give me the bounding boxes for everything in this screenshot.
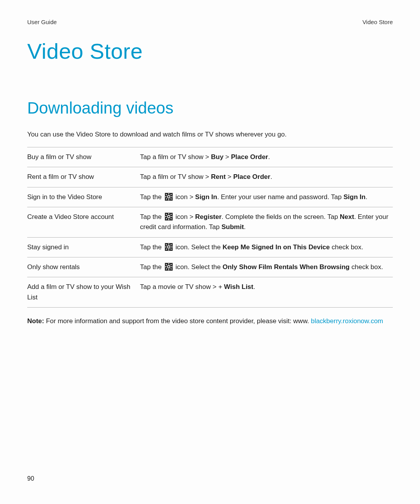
svg-rect-19 xyxy=(168,243,169,245)
bold-text: Wish List xyxy=(224,283,253,290)
text: Tap a film or TV show > xyxy=(140,173,211,180)
bold-text: Sign In xyxy=(195,193,217,201)
svg-rect-7 xyxy=(170,194,172,195)
action-steps: Tap the icon > Sign In. Enter your user … xyxy=(140,187,393,207)
table-row: Only show rentals Tap the icon. Select t… xyxy=(27,257,393,277)
bold-text: Rent xyxy=(211,173,226,180)
svg-rect-8 xyxy=(166,198,167,200)
intro-paragraph: You can use the Video Store to download … xyxy=(27,131,393,138)
table-row: Sign in to the Video Store Tap the icon … xyxy=(27,187,393,207)
text: check box. xyxy=(350,263,383,271)
bold-text: Submit xyxy=(221,223,244,231)
bold-text: Sign In xyxy=(343,193,366,201)
text: . xyxy=(366,193,368,201)
section-heading: Downloading videos xyxy=(27,99,393,117)
text: . Complete the fields on the screen. Tap xyxy=(222,213,340,220)
svg-rect-30 xyxy=(165,266,166,267)
svg-rect-15 xyxy=(170,218,172,220)
action-name: Create a Video Store account xyxy=(27,207,140,238)
running-header: User Guide Video Store xyxy=(27,19,393,25)
svg-rect-2 xyxy=(168,199,169,200)
action-name: Add a film or TV show to your Wish List xyxy=(27,277,140,308)
svg-rect-13 xyxy=(171,216,172,217)
svg-rect-12 xyxy=(165,216,166,217)
text: Tap a film or TV show > xyxy=(140,153,211,161)
page-number: 90 xyxy=(27,475,34,482)
svg-rect-29 xyxy=(168,269,169,270)
table-row: Buy a film or TV show Tap a film or TV s… xyxy=(27,147,393,167)
table-row: Add a film or TV show to your Wish List … xyxy=(27,277,393,308)
action-name: Only show rentals xyxy=(27,257,140,277)
gear-icon xyxy=(165,243,173,251)
svg-rect-28 xyxy=(168,263,169,264)
svg-rect-21 xyxy=(165,247,166,247)
action-name: Rent a film or TV show xyxy=(27,167,140,187)
gear-icon xyxy=(165,213,173,220)
svg-rect-33 xyxy=(170,268,172,270)
note-link[interactable]: blackberry.roxionow.com xyxy=(311,317,383,325)
text: Tap the xyxy=(140,213,164,220)
page-title: Video Store xyxy=(27,38,393,64)
svg-rect-32 xyxy=(166,264,167,266)
svg-rect-22 xyxy=(171,247,172,247)
svg-rect-14 xyxy=(166,214,167,215)
svg-rect-6 xyxy=(170,198,172,200)
text: Tap the xyxy=(140,193,164,201)
text: icon > xyxy=(174,213,195,220)
action-steps: Tap the icon. Select the Keep Me Signed … xyxy=(140,237,393,257)
note-paragraph: Note: For more information and support f… xyxy=(27,316,393,326)
svg-rect-17 xyxy=(166,218,167,220)
bold-text: Register xyxy=(195,213,222,220)
svg-rect-25 xyxy=(170,244,172,245)
action-steps: Tap a film or TV show > Buy > Place Orde… xyxy=(140,147,393,167)
svg-rect-23 xyxy=(166,244,167,245)
svg-rect-26 xyxy=(166,248,167,250)
svg-rect-24 xyxy=(170,248,172,250)
actions-table: Buy a film or TV show Tap a film or TV s… xyxy=(27,147,393,308)
text: icon. Select the xyxy=(174,243,223,251)
action-name: Sign in to the Video Store xyxy=(27,187,140,207)
svg-point-0 xyxy=(167,195,170,198)
gear-icon xyxy=(165,193,173,201)
text: check box. xyxy=(330,243,363,251)
text: Tap a movie or TV show > + xyxy=(140,283,224,290)
text: icon. Select the xyxy=(174,263,223,271)
note-text: For more information and support from th… xyxy=(46,317,311,325)
svg-point-27 xyxy=(167,266,170,268)
document-page: User Guide Video Store Video Store Downl… xyxy=(0,0,420,504)
text: > xyxy=(226,173,233,180)
action-steps: Tap the icon. Select the Only Show Film … xyxy=(140,257,393,277)
text: icon > xyxy=(174,193,195,201)
svg-rect-31 xyxy=(171,266,172,267)
svg-rect-10 xyxy=(168,213,169,214)
text: . xyxy=(253,283,255,290)
svg-rect-5 xyxy=(166,194,167,195)
svg-rect-35 xyxy=(166,268,167,270)
bold-text: Only Show Film Rentals When Browsing xyxy=(222,263,350,271)
bold-text: Buy xyxy=(211,153,224,161)
table-row: Stay signed in Tap the icon. Select the … xyxy=(27,237,393,257)
gear-icon xyxy=(165,263,173,271)
svg-rect-4 xyxy=(171,196,172,197)
svg-rect-16 xyxy=(170,214,172,215)
text: . Enter your user name and password. Tap xyxy=(217,193,343,201)
svg-rect-11 xyxy=(168,219,169,220)
svg-rect-20 xyxy=(168,249,169,250)
bold-text: Place Order xyxy=(233,173,270,180)
bold-text: Keep Me Signed In on This Device xyxy=(222,243,330,251)
text: . xyxy=(268,153,270,161)
text: Tap the xyxy=(140,263,164,271)
action-steps: Tap a movie or TV show > + Wish List. xyxy=(140,277,393,308)
action-name: Stay signed in xyxy=(27,237,140,257)
svg-rect-1 xyxy=(168,193,169,194)
table-row: Rent a film or TV show Tap a film or TV … xyxy=(27,167,393,187)
svg-point-9 xyxy=(167,215,170,218)
action-steps: Tap the icon > Register. Complete the fi… xyxy=(140,207,393,238)
svg-rect-34 xyxy=(170,264,172,266)
svg-point-18 xyxy=(167,246,170,248)
note-label: Note: xyxy=(27,317,46,325)
text: Tap the xyxy=(140,243,164,251)
svg-rect-3 xyxy=(165,196,166,197)
header-left: User Guide xyxy=(27,19,57,25)
table-row: Create a Video Store account Tap the ico… xyxy=(27,207,393,238)
